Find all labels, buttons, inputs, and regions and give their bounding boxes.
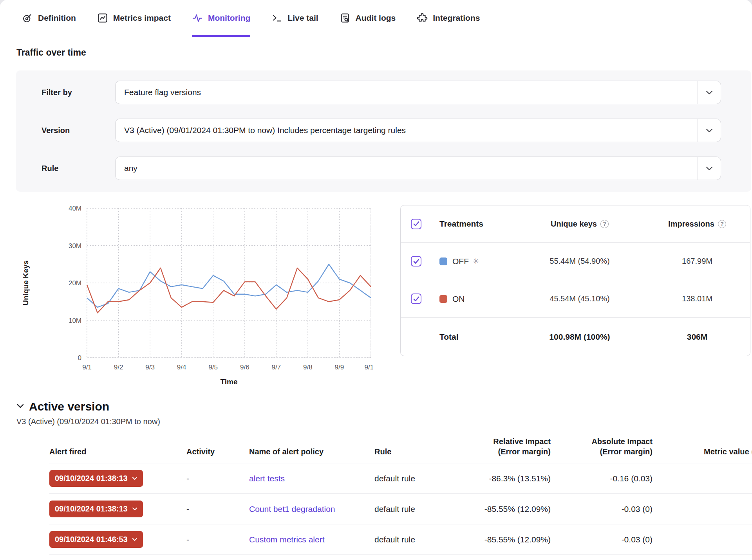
tab-label: Live tail — [287, 13, 318, 23]
treatments-total-row: Total 100.98M (100%) 306M — [401, 318, 750, 356]
version-row: Version V3 (Active) (09/01/2024 01:30PM … — [42, 119, 721, 142]
alert-policy-link[interactable]: Custom metrics alert — [249, 535, 325, 544]
filter-by-row: Filter by Feature flag versions — [42, 81, 721, 104]
alert-row: 09/10/2024 01:38:13 - alert tests defaul… — [49, 463, 752, 494]
tab-label: Metrics impact — [113, 13, 171, 23]
alert-policy-link[interactable]: Count bet1 degradation — [249, 504, 335, 513]
svg-text:9/10: 9/10 — [364, 364, 373, 371]
definition-icon — [22, 13, 33, 23]
tab-label: Definition — [38, 13, 76, 23]
treatment-name: OFF — [452, 257, 469, 266]
svg-text:9/3: 9/3 — [145, 364, 155, 371]
alert-fired-badge[interactable]: 09/10/2024 01:38:13 — [49, 501, 143, 517]
alert-policy-link[interactable]: alert tests — [249, 474, 285, 483]
alert-fired-badge[interactable]: 09/10/2024 01:38:13 — [49, 470, 143, 487]
tab-label: Integrations — [433, 13, 480, 23]
traffic-chart-svg: 9/19/29/39/49/59/69/79/89/99/10010M20M30… — [20, 205, 373, 389]
filter-panel: Filter by Feature flag versions Version … — [16, 70, 751, 192]
frozen-icon: ✳ — [473, 257, 479, 266]
metric-value: 0.03 ( — [660, 494, 752, 524]
svg-text:9/7: 9/7 — [272, 364, 281, 371]
svg-text:20M: 20M — [69, 279, 81, 287]
absolute-impact-value: -0.03 (0) — [562, 524, 660, 555]
svg-text:Time: Time — [220, 378, 237, 386]
section-title: Traffic over time — [16, 47, 752, 58]
help-icon[interactable]: ? — [600, 220, 609, 228]
active-version-title: Active version — [29, 400, 109, 413]
rule-value: default rule — [374, 524, 465, 555]
traffic-chart: 9/19/29/39/49/59/69/79/89/99/10010M20M30… — [20, 205, 373, 391]
tab-audit-logs[interactable]: Audit logs — [340, 0, 396, 37]
alert-fired-badge[interactable]: 09/10/2024 01:46:53 — [49, 531, 143, 548]
off-unique-keys: 55.44M (54.90%) — [515, 257, 644, 266]
treatments-select-all-checkbox[interactable] — [411, 219, 421, 229]
chevron-down-icon — [132, 507, 137, 511]
version-value: V3 (Active) (09/01/2024 01:30PM to now) … — [124, 126, 698, 135]
off-impressions: 167.99M — [644, 257, 750, 266]
chart-section: 9/19/29/39/49/59/69/79/89/99/10010M20M30… — [0, 205, 752, 391]
rule-label: Rule — [42, 164, 115, 173]
rule-row: Rule any — [42, 157, 721, 180]
alert-row: 09/10/2024 01:38:13 - Count bet1 degrada… — [49, 494, 752, 524]
rule-value: default rule — [374, 494, 465, 524]
svg-text:9/9: 9/9 — [335, 364, 344, 371]
chevron-down-icon — [132, 477, 137, 480]
svg-text:9/1: 9/1 — [82, 364, 92, 371]
col-alert-fired: Alert fired — [49, 436, 186, 463]
monitoring-icon — [192, 13, 203, 23]
active-version-subtitle: V3 (Active) (09/10/2024 01:30PM to now) — [16, 417, 752, 426]
on-unique-keys: 45.54M (45.10%) — [515, 294, 644, 303]
absolute-impact-value: -0.16 (0.03) — [562, 463, 660, 494]
relative-impact-value: -86.3% (13.51%) — [465, 463, 562, 494]
filter-by-select[interactable]: Feature flag versions — [115, 81, 721, 104]
page-card: Definition Metrics impact Monitoring — [0, 0, 752, 560]
rule-select[interactable]: any — [115, 157, 721, 180]
chevron-down-icon — [698, 90, 721, 95]
alerts-table: Alert fired Activity Name of alert polic… — [49, 436, 752, 555]
tab-definition[interactable]: Definition — [22, 0, 76, 37]
chevron-down-icon — [16, 403, 24, 410]
impressions-header: Impressions — [668, 220, 714, 229]
svg-text:9/6: 9/6 — [240, 364, 249, 371]
metrics-impact-icon — [97, 13, 108, 23]
activity-value: - — [186, 494, 249, 524]
audit-logs-icon — [340, 13, 351, 23]
svg-text:9/2: 9/2 — [114, 364, 123, 371]
tab-bar: Definition Metrics impact Monitoring — [0, 0, 752, 37]
relative-impact-value: -85.55% (12.09%) — [465, 524, 562, 555]
metric-value: 0.19 ( — [660, 463, 752, 494]
tab-label: Audit logs — [356, 13, 396, 23]
svg-text:0: 0 — [78, 354, 81, 362]
treatment-name: ON — [452, 294, 465, 304]
version-select[interactable]: V3 (Active) (09/01/2024 01:30PM to now) … — [115, 119, 721, 142]
relative-impact-value: -85.55% (12.09%) — [465, 494, 562, 524]
unique-keys-header: Unique keys — [551, 220, 597, 229]
chevron-down-icon — [698, 128, 721, 133]
tab-label: Monitoring — [208, 13, 250, 23]
col-absolute-impact: Absolute Impact (Error margin) — [562, 436, 660, 463]
total-label: Total — [439, 332, 515, 342]
col-relative-impact: Relative Impact (Error margin) — [465, 436, 562, 463]
total-impressions: 306M — [644, 332, 750, 342]
treatment-off-checkbox[interactable] — [411, 256, 421, 266]
integrations-icon — [417, 13, 428, 23]
col-metric-value: Metric value (basel — [660, 436, 752, 463]
tab-live-tail[interactable]: Live tail — [271, 0, 318, 37]
rule-value: default rule — [374, 463, 465, 494]
tab-integrations[interactable]: Integrations — [417, 0, 480, 37]
active-version-toggle[interactable]: Active version — [16, 400, 752, 413]
svg-text:40M: 40M — [69, 205, 81, 212]
col-activity: Activity — [186, 436, 249, 463]
col-name: Name of alert policy — [249, 436, 374, 463]
activity-value: - — [186, 524, 249, 555]
tab-metrics-impact[interactable]: Metrics impact — [97, 0, 171, 37]
treatments-header-row: Treatments Unique keys ? Impressions ? — [401, 205, 750, 243]
chevron-down-icon — [698, 166, 721, 171]
active-version-section: Active version V3 (Active) (09/10/2024 0… — [16, 400, 752, 555]
absolute-impact-value: -0.03 (0) — [562, 494, 660, 524]
help-icon[interactable]: ? — [718, 220, 726, 228]
total-unique-keys: 100.98M (100%) — [515, 332, 644, 342]
off-color-swatch — [439, 257, 447, 265]
tab-monitoring[interactable]: Monitoring — [192, 0, 250, 37]
treatment-on-checkbox[interactable] — [411, 294, 421, 304]
